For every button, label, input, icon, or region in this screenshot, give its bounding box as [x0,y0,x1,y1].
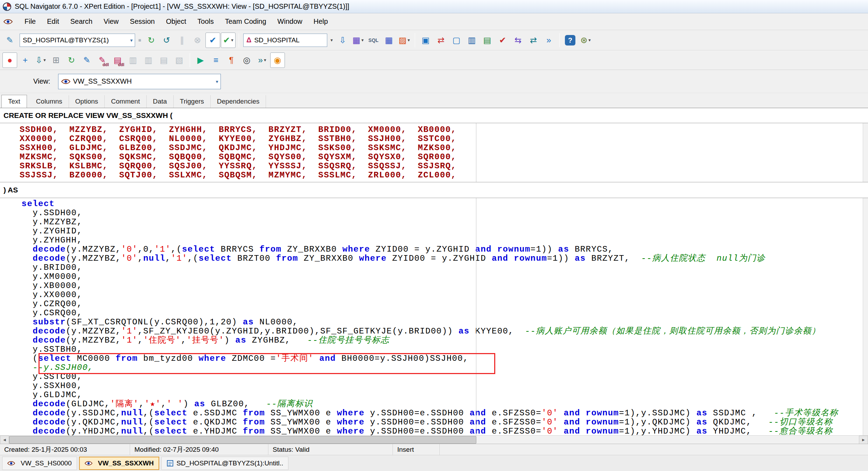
edit-sql-icon[interactable]: ✎ [79,52,94,68]
chevron-down-icon[interactable]: ▾ [216,79,218,84]
code-line[interactable]: decode(y.SSDJMC,null,(select e.SSDJMC fr… [10,409,868,418]
menu-item-edit[interactable]: Edit [41,13,64,30]
code-line[interactable]: select [10,199,868,209]
code-editor-scrollbar[interactable] [863,198,868,435]
code-line[interactable]: y.MZZYBZ, [10,218,868,227]
menu-item-tools[interactable]: Tools [192,13,219,30]
tab-columns[interactable]: Columns [30,95,69,108]
code-line[interactable]: decode(y.MZZYBZ,'1',SF_ZY_KYJE00(y.ZYGHI… [10,327,868,336]
dbms-output-icon[interactable]: ≡ [209,52,223,68]
compare-icon[interactable]: ⇆ [511,33,525,48]
view-column-list-panel[interactable]: SSDH00, MZZYBZ, ZYGHID, ZYHGHH, BRRYCS, … [0,123,868,182]
menu-item-help[interactable]: Help [308,13,334,30]
dropdown-arrow-icon[interactable]: ▾ [43,57,46,63]
export-data-icon[interactable]: ▨▾ [397,33,412,48]
tab-triggers[interactable]: Triggers [174,95,211,108]
menu-item-session[interactable]: Session [124,13,160,30]
code-line[interactable]: y.XX0000, [10,290,868,300]
dropdown-arrow-icon[interactable]: ▾ [231,37,233,43]
fast-forward-icon[interactable]: » [541,33,556,48]
code-line[interactable]: y.CZRQ00, [10,300,868,309]
document-eye-icon[interactable] [4,19,15,24]
code-line[interactable]: y.GLDJMC, [10,391,868,400]
code-line[interactable]: decode(y.MZZYBZ,'0',0,'1',(select BRRYCS… [10,245,868,254]
scroll-right-button[interactable]: ► [859,436,868,444]
code-line[interactable]: decode(y.MZZYBZ,'0',null,'1',(select BRZ… [10,254,868,263]
tab-data[interactable]: Data [147,95,174,108]
code-line[interactable]: y.XM0000, [10,272,868,281]
code-analysis-icon[interactable]: ▦▾ [351,33,365,48]
console-window-icon[interactable]: ▥ [464,33,479,48]
record-button[interactable]: ● [2,52,17,68]
schema-dropdown-button[interactable]: ▾ [328,33,335,48]
column-list-scrollbar[interactable] [863,123,868,182]
taskbar-item-sql-editor[interactable]: SD_HOSPITAL@TBYYZS(1):Untitl.. [161,457,288,470]
taskbar-item-vw-ss-ssxxwh[interactable]: VW_SS_SSXXWH [79,457,159,470]
refresh-icon[interactable]: ↻ [64,52,79,68]
image-viewer-icon[interactable]: ▣ [418,33,433,48]
view-combobox[interactable]: VW_SS_SSXXWH ▾ [58,74,221,89]
commit-icon[interactable]: ↻ [144,33,159,48]
taskbar-item-vw-ss-hs0000[interactable]: VW_SS_HS0000 [2,457,77,470]
code-line[interactable]: y.BRID00, [10,263,868,272]
open-object-icon[interactable]: ✎ [2,33,17,48]
execute-button[interactable]: ▶ [193,52,208,68]
format-code-icon[interactable]: ¶ [224,52,239,68]
sql-optimizer-icon[interactable]: SQL [366,33,381,48]
menu-item-team-coding[interactable]: Team Coding [219,13,272,30]
verify-syntax-icon[interactable]: ✔ [205,33,220,48]
sql-monitor-icon[interactable]: ✔ [495,33,510,48]
output-window-icon[interactable]: ▢ [449,33,464,48]
ddl-editor-icon[interactable]: ✎ddl [95,52,110,68]
code-line[interactable]: y.CSRQ00, [10,309,868,318]
connection-list-button[interactable]: ≡ [136,33,143,48]
code-line[interactable]: decode(y.YHDJMC,null,(select e.YHDJMC fr… [10,427,868,435]
code-line[interactable]: substr(SF_XT_CSRQTONL(y.CSRQ00),1,20) as… [10,318,868,327]
code-line[interactable]: y.ZYGHID, [10,227,868,236]
scrollbar-thumb[interactable] [9,436,476,444]
rollback-icon[interactable]: ↺ [159,33,174,48]
menu-item-object[interactable]: Object [160,13,192,30]
dropdown-arrow-icon[interactable]: ▾ [408,37,410,43]
scroll-left-button[interactable]: ◄ [0,436,9,444]
horizontal-scrollbar[interactable]: ◄ ► [0,435,868,444]
menu-item-file[interactable]: File [19,13,41,30]
sync-icon[interactable]: ⇄ [526,33,541,48]
code-line[interactable]: decode(y.MZZYBZ,'1','住院号','挂号号') as ZYGH… [10,336,868,345]
tab-comment[interactable]: Comment [105,95,146,108]
menu-item-window[interactable]: Window [272,13,308,30]
chevron-down-icon[interactable]: ▾ [130,37,133,43]
schema-combobox[interactable]: Δ SD_HOSPITAL [243,34,327,47]
data-grid-icon[interactable]: ▦ [382,33,396,48]
menu-item-search[interactable]: Search [65,13,98,30]
dropdown-arrow-icon[interactable]: ▾ [362,37,364,43]
ddl-script-icon[interactable]: ▤ddl [110,52,125,68]
dropdown-arrow-icon[interactable]: ▾ [588,37,591,43]
tab-text[interactable]: Text [1,95,27,108]
code-line[interactable]: decode(GLDJMC,'隔离','★',' ') as GLBZ00, -… [10,400,868,409]
code-line[interactable]: y.ZYHGHH, [10,236,868,245]
scrollbar-track[interactable] [9,436,859,444]
sql-code-editor[interactable]: select y.SSDH00, y.MZZYBZ, y.ZYGHID, y.Z… [0,198,868,435]
compile-icon[interactable]: ✔▾ [221,33,236,48]
code-line[interactable]: y.SSDH00, [10,209,868,218]
more-commands-icon[interactable]: »▾ [255,52,270,68]
menu-item-view[interactable]: View [98,13,124,30]
connection-combobox[interactable]: SD_HOSPITAL@TBYYZS(1) ▾ [20,34,135,47]
highlight-icon[interactable]: ◉ [270,52,285,68]
tab-options[interactable]: Options [69,95,105,108]
report-window-icon[interactable]: ▤ [480,33,495,48]
tab-dependencies[interactable]: Dependencies [211,95,266,108]
code-line[interactable]: decode(y.QKDJMC,null,(select e.QKDJMC fr… [10,418,868,427]
code-line[interactable]: y.XB0000, [10,281,868,290]
add-icon[interactable]: + [18,52,33,68]
customize-icon[interactable]: ⊛▾ [578,33,593,48]
attach-session-icon[interactable]: ⇄ [434,33,448,48]
save-export-icon[interactable]: ⇩▾ [33,52,48,68]
extract-ddl-icon[interactable]: ⊞ [49,52,63,68]
help-icon[interactable]: ? [563,33,578,48]
find-icon[interactable]: ◎ [239,52,254,68]
code-line[interactable]: y.SSXH00, [10,381,868,391]
dropdown-arrow-icon[interactable]: ▾ [264,57,266,63]
describe-icon[interactable]: ⇩ [335,33,350,48]
